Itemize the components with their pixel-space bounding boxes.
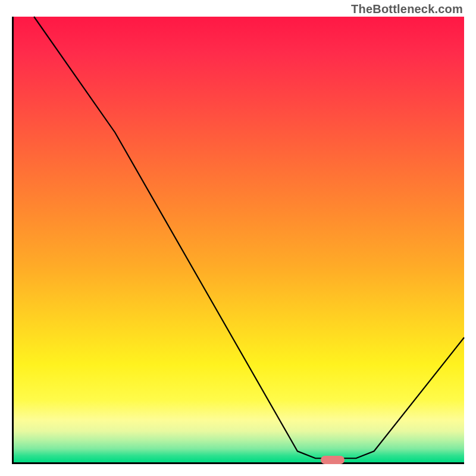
watermark-text: TheBottleneck.com <box>351 2 463 16</box>
curve-layer <box>14 17 464 462</box>
bottleneck-curve <box>34 17 464 458</box>
optimal-marker <box>321 456 345 464</box>
chart-container: TheBottleneck.com <box>0 0 476 476</box>
plot-area <box>12 17 464 464</box>
